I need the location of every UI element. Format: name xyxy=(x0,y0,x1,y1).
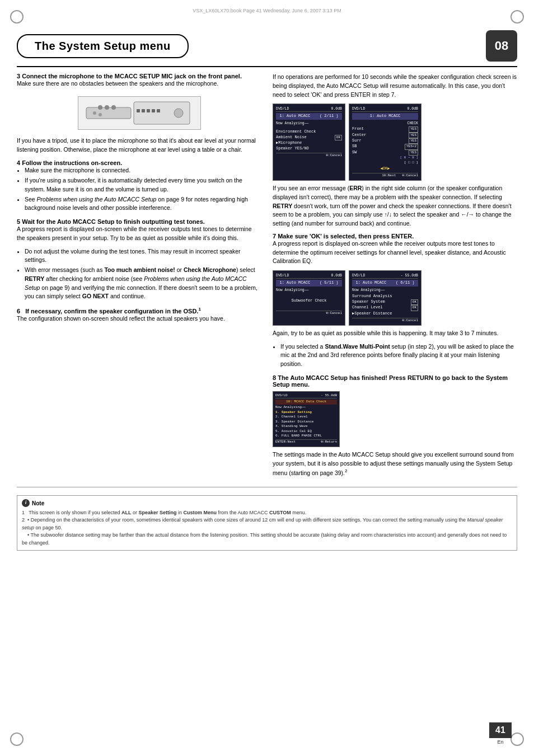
osd-screen-3: DVD/LD- 55.0dB 10: MCACC Data Check Now … xyxy=(273,391,340,447)
osd-analyzing: Now Analyzing── xyxy=(352,288,418,293)
osd-title: 1: Auto MCACC ( 5/11 ) xyxy=(276,280,342,287)
svg-rect-6 xyxy=(152,109,155,112)
osd-header: DVD/LD 0.0dB xyxy=(352,106,418,112)
svg-point-9 xyxy=(105,105,109,110)
osd-title: 10: MCACC Data Check xyxy=(275,400,337,404)
device-svg xyxy=(83,99,195,127)
step5-list: Do not adjust the volume during the test… xyxy=(25,247,261,302)
page-footer: 41 En xyxy=(489,722,512,745)
svg-rect-4 xyxy=(142,109,145,112)
osd-item: 3. Speaker Distance xyxy=(275,420,337,424)
osd-footer: 10:Next ⊕:Cancel xyxy=(352,173,418,178)
step7-body: A progress report is displayed on-screen… xyxy=(273,240,517,266)
list-item: See Problems when using the Auto MCACC S… xyxy=(25,195,261,213)
step7-title: 7 Make sure 'OK' is selected, then press… xyxy=(273,233,517,240)
header-divider xyxy=(17,66,517,67)
osd-ok: ◀OK▶ xyxy=(352,166,418,172)
svg-point-10 xyxy=(111,105,116,110)
osd-check-label: CHECK xyxy=(352,121,418,126)
svg-rect-3 xyxy=(137,109,140,112)
step7-body2: Again, try to be as quiet as possible wh… xyxy=(273,329,517,338)
osd-header: DVD/LD 0.0dB xyxy=(276,106,342,112)
step6-title: 6 If necessary, confirm the speaker conf… xyxy=(17,307,261,314)
osd-row: ▶Microphone xyxy=(276,140,342,146)
osd-screen-2a: DVD/LD0.0dB 1: Auto MCACC ( 5/11 ) Now A… xyxy=(273,270,345,326)
page-header: The System Setup menu 08 xyxy=(17,30,517,62)
step8-section: 8 The Auto MCACC Setup has finished! Pre… xyxy=(273,374,517,478)
corner-mark-tr xyxy=(510,10,524,24)
osd-footer: ENTER:Next⊕:Return xyxy=(275,439,337,444)
osd-spacer2 xyxy=(276,304,342,309)
osd-source: DVD/LD xyxy=(276,106,289,111)
svg-point-12 xyxy=(99,113,102,116)
osd-header: DVD/LD0.0dB xyxy=(276,273,342,279)
step3-title: 3 Connect the microphone to the MCACC SE… xyxy=(17,73,261,79)
osd-row: Speaker YES/NO xyxy=(276,146,342,152)
step5-section: 5 Wait for the Auto MCACC Setup to finis… xyxy=(17,218,261,301)
svg-rect-5 xyxy=(147,109,150,112)
osd-subwoofer-check: Subwoofer Check xyxy=(276,298,342,304)
page-number: 41 xyxy=(489,722,512,738)
list-item: If you selected a Stand.Wave Multi-Point… xyxy=(280,342,517,369)
osd-analyzing: Now Analyzing── xyxy=(276,121,342,126)
osd-title: 1: Auto MCACC ( 2/11 ) xyxy=(276,113,342,120)
osd-pair-2: DVD/LD0.0dB 1: Auto MCACC ( 5/11 ) Now A… xyxy=(273,270,517,326)
main-content: 3 Connect the microphone to the MCACC SE… xyxy=(17,73,517,483)
osd-extra: [ B • B ] xyxy=(352,156,418,160)
osd-row: Speaker SystemOK xyxy=(352,299,418,305)
page-title: The System Setup menu xyxy=(17,34,189,58)
step7-section: 7 Make sure 'OK' is selected, then press… xyxy=(273,233,517,369)
note-section: i Note 1 This screen is only shown if yo… xyxy=(17,487,517,551)
step5-title: 5 Wait for the Auto MCACC Setup to finis… xyxy=(17,218,261,225)
step8-body: The settings made in the Auto MCACC Setu… xyxy=(273,450,517,478)
svg-point-8 xyxy=(98,105,102,110)
osd-pair-1: DVD/LD 0.0dB 1: Auto MCACC ( 2/11 ) Now … xyxy=(273,104,517,181)
osd-footer: ⊕:Cancel xyxy=(276,153,342,158)
corner-mark-br xyxy=(510,732,524,746)
err-note: If you see an error message (ERR) in the… xyxy=(273,184,517,228)
osd-spacer xyxy=(276,294,342,298)
osd-screen-1b: DVD/LD 0.0dB 1: Auto MCACC CHECK FrontYE… xyxy=(349,104,421,181)
osd-footer: ⊕:Cancel xyxy=(352,318,418,323)
osd-extra2: [ □ □ ] xyxy=(352,161,418,165)
svg-point-11 xyxy=(93,111,96,115)
osd-db: 0.0dB xyxy=(407,106,418,111)
osd-analyzing: Now Analyzing── xyxy=(275,405,337,410)
footnote-1: 1 This screen is only shown if you selec… xyxy=(22,509,512,517)
osd-source: DVD/LD xyxy=(352,106,365,111)
osd-row: SWYES xyxy=(352,150,418,156)
svg-point-2 xyxy=(174,109,183,118)
left-column: 3 Connect the microphone to the MCACC SE… xyxy=(17,73,261,483)
page-en: En xyxy=(497,739,503,745)
step3-body1: Make sure there are no obstacles between… xyxy=(17,79,261,88)
osd-row: Channel LevelOK xyxy=(352,305,418,311)
step7-bullet-list: If you selected a Stand.Wave Multi-Point… xyxy=(280,342,517,369)
osd3-container: DVD/LD- 55.0dB 10: MCACC Data Check Now … xyxy=(273,391,517,447)
list-item: With error messages (such as Too much am… xyxy=(25,266,261,301)
osd-row: Environment Check xyxy=(276,129,342,135)
osd-row: SBYES×2 xyxy=(352,144,418,149)
osd-item: 4. Standing Wave xyxy=(275,424,337,429)
right-intro-para: If no operations are performed for 10 se… xyxy=(273,73,517,99)
osd-db: 0.0dB xyxy=(331,106,342,111)
osd-title: 1: Auto MCACC xyxy=(352,113,418,120)
chapter-badge: 08 xyxy=(486,30,517,62)
step4-list: Make sure the microphone is connected. I… xyxy=(25,166,261,213)
osd-header: DVD/LD- 55.0dB xyxy=(275,393,337,398)
osd-footer: ⊕:Cancel xyxy=(276,311,342,316)
file-info: VSX_LX60LX70.book Page 41 Wednesday, Jun… xyxy=(0,8,534,13)
osd-row: Surround Analysis xyxy=(352,294,418,299)
corner-mark-bl xyxy=(10,732,24,746)
osd-analyzing: Now Analyzing── xyxy=(276,288,342,293)
note-box: i Note 1 This screen is only shown if yo… xyxy=(17,495,517,551)
step3-section: 3 Connect the microphone to the MCACC SE… xyxy=(17,73,261,154)
list-item: If you're using a subwoofer, it is autom… xyxy=(25,176,261,194)
step5-body: A progress report is displayed on-screen… xyxy=(17,225,261,243)
step4-section: 4 Follow the instructions on-screen. Mak… xyxy=(17,159,261,213)
osd-screen-1a: DVD/LD 0.0dB 1: Auto MCACC ( 2/11 ) Now … xyxy=(273,104,345,181)
note-icon: i xyxy=(22,499,30,507)
note-header: i Note xyxy=(22,499,512,508)
list-item: Do not adjust the volume during the test… xyxy=(25,247,261,265)
step4-title: 4 Follow the instructions on-screen. xyxy=(17,159,261,166)
right-column: If no operations are performed for 10 se… xyxy=(273,73,517,483)
